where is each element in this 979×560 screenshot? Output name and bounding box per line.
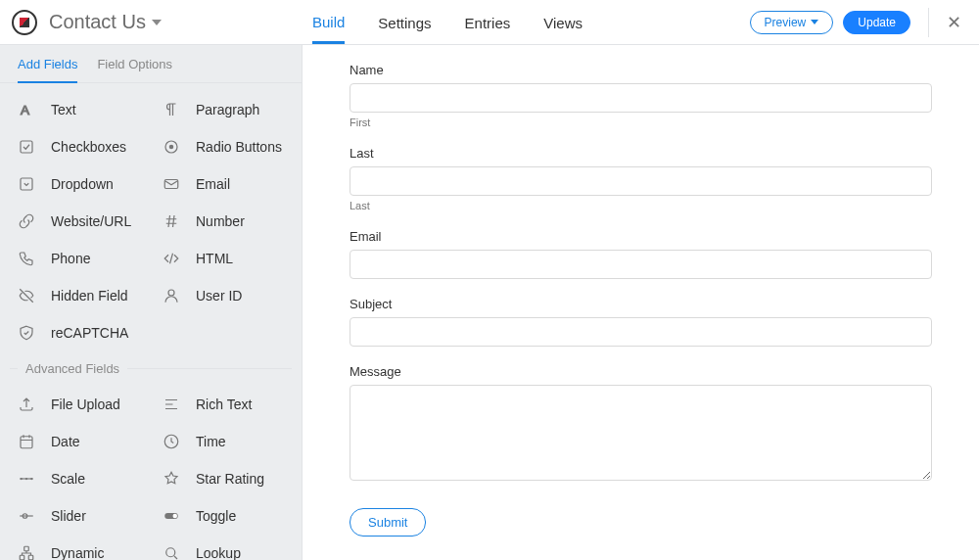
- field-type-toggle[interactable]: Toggle: [151, 497, 296, 535]
- advanced-fields-heading: Advanced Fields: [25, 361, 119, 376]
- message-input[interactable]: [350, 385, 932, 481]
- sidebar-tab-add-fields[interactable]: Add Fields: [18, 57, 77, 83]
- code-icon: [161, 248, 182, 269]
- tab-entries[interactable]: Entries: [465, 3, 511, 42]
- sidebar-tab-field-options[interactable]: Field Options: [97, 57, 172, 83]
- field-label: Last: [350, 146, 932, 161]
- field-sublabel: First: [350, 117, 932, 128]
- field-type-label: Toggle: [196, 508, 236, 524]
- field-type-label: Date: [51, 434, 80, 449]
- slider-icon: [16, 505, 37, 527]
- field-type-star-rating[interactable]: Star Rating: [151, 460, 296, 497]
- richtext-icon: [161, 394, 182, 415]
- upload-icon: [16, 394, 37, 415]
- form-canvas: NameFirstLastLastEmailSubjectMessage Sub…: [303, 45, 979, 560]
- field-type-slider[interactable]: Slider: [6, 497, 151, 535]
- field-type-checkboxes[interactable]: Checkboxes: [6, 128, 151, 165]
- form-field-email[interactable]: Email: [350, 229, 932, 279]
- field-type-label: Website/URL: [51, 213, 131, 229]
- field-type-time[interactable]: Time: [151, 423, 296, 460]
- email-icon: [161, 173, 182, 195]
- field-type-scale[interactable]: Scale: [6, 460, 151, 497]
- svg-rect-4: [21, 178, 32, 190]
- field-type-website-url[interactable]: Website/URL: [6, 203, 151, 240]
- field-type-label: Time: [196, 434, 226, 449]
- link-icon: [16, 210, 37, 232]
- field-type-label: User ID: [196, 288, 242, 303]
- svg-rect-7: [21, 437, 32, 448]
- date-icon: [16, 431, 37, 452]
- name-input[interactable]: [350, 83, 932, 113]
- advanced-fields-grid: File UploadRich TextDateTimeScaleStar Ra…: [0, 378, 302, 560]
- update-label: Update: [858, 17, 896, 28]
- field-label: Email: [350, 229, 932, 244]
- svg-point-6: [168, 290, 174, 296]
- field-type-label: Email: [196, 176, 230, 192]
- field-type-hidden-field[interactable]: Hidden Field: [6, 277, 151, 314]
- field-type-number[interactable]: Number: [151, 203, 296, 240]
- tab-build[interactable]: Build: [312, 2, 345, 44]
- field-label: Name: [350, 63, 932, 77]
- form-field-message[interactable]: Message: [350, 364, 932, 485]
- lookup-icon: [161, 542, 182, 560]
- form-title-dropdown[interactable]: Contact Us: [49, 11, 162, 33]
- toggle-icon: [161, 505, 182, 527]
- svg-text:A: A: [21, 103, 29, 117]
- svg-rect-5: [164, 180, 178, 189]
- field-type-paragraph[interactable]: Paragraph: [151, 91, 296, 128]
- field-type-html[interactable]: HTML: [151, 240, 296, 277]
- tab-views[interactable]: Views: [543, 3, 583, 42]
- field-type-lookup[interactable]: Lookup: [151, 535, 296, 560]
- svg-point-14: [173, 514, 178, 519]
- star-icon: [161, 468, 182, 490]
- time-icon: [161, 431, 182, 452]
- field-type-text[interactable]: AText: [6, 91, 151, 128]
- field-label: Subject: [350, 297, 932, 311]
- field-type-radio-buttons[interactable]: Radio Buttons: [151, 128, 296, 165]
- field-type-label: Phone: [51, 251, 90, 266]
- field-type-label: Lookup: [196, 545, 241, 560]
- field-type-date[interactable]: Date: [6, 423, 151, 460]
- form-field-last[interactable]: LastLast: [350, 146, 932, 211]
- text-icon: A: [16, 99, 37, 120]
- field-type-label: File Upload: [51, 397, 120, 412]
- field-type-label: Checkboxes: [51, 139, 126, 155]
- update-button[interactable]: Update: [843, 11, 910, 34]
- form-title: Contact Us: [49, 11, 146, 33]
- field-type-label: Hidden Field: [51, 288, 128, 303]
- svg-point-18: [166, 548, 175, 557]
- tab-settings[interactable]: Settings: [378, 3, 431, 42]
- submit-button[interactable]: Submit: [350, 508, 426, 537]
- close-icon[interactable]: ✕: [945, 12, 963, 33]
- last-input[interactable]: [350, 166, 932, 196]
- subject-input[interactable]: [350, 317, 932, 347]
- field-type-recaptcha[interactable]: reCAPTCHA: [6, 314, 151, 351]
- email-input[interactable]: [350, 250, 932, 279]
- hash-icon: [161, 210, 182, 232]
- radio-icon: [161, 136, 182, 158]
- main-tabs: Build Settings Entries Views: [312, 0, 583, 45]
- field-type-label: Scale: [51, 471, 85, 487]
- caret-down-icon: [811, 20, 818, 24]
- phone-icon: [16, 248, 37, 269]
- top-bar: Contact Us Build Settings Entries Views …: [0, 0, 979, 45]
- svg-rect-17: [28, 555, 33, 560]
- field-type-label: Paragraph: [196, 102, 259, 117]
- field-type-dynamic[interactable]: Dynamic: [6, 535, 151, 560]
- form-field-name[interactable]: NameFirst: [350, 63, 932, 128]
- field-type-phone[interactable]: Phone: [6, 240, 151, 277]
- form-field-subject[interactable]: Subject: [350, 297, 932, 347]
- preview-label: Preview: [765, 17, 807, 28]
- field-type-dropdown[interactable]: Dropdown: [6, 165, 151, 203]
- preview-button[interactable]: Preview: [750, 11, 834, 34]
- field-type-rich-text[interactable]: Rich Text: [151, 386, 296, 423]
- field-type-file-upload[interactable]: File Upload: [6, 386, 151, 423]
- field-type-label: Number: [196, 213, 245, 229]
- svg-point-3: [169, 145, 174, 150]
- field-type-label: Dynamic: [51, 545, 104, 560]
- field-type-email[interactable]: Email: [151, 165, 296, 203]
- checkbox-icon: [16, 136, 37, 158]
- field-type-user-id[interactable]: User ID: [151, 277, 296, 314]
- user-icon: [161, 285, 182, 306]
- dynamic-icon: [16, 542, 37, 560]
